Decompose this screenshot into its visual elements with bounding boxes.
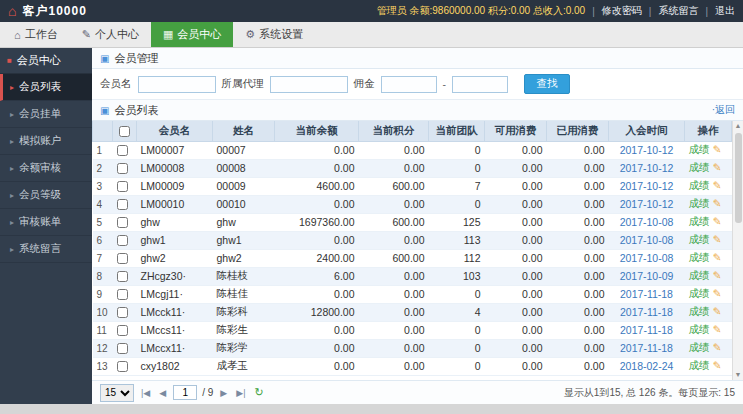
score-link[interactable]: 成绩 [689,305,710,317]
table-row[interactable]: 4 LM00010 00010 0.00 0.00 0 0.00 0.00 20… [93,195,732,213]
logout-link[interactable]: 退出 [715,4,735,18]
row-checkbox[interactable] [117,289,128,300]
select-all-checkbox[interactable] [119,126,130,137]
last-page-button[interactable]: ▶| [234,388,247,398]
edit-pencil-icon[interactable]: ✎ [713,197,722,209]
table-scrollbar[interactable]: ▲ ▼ [732,121,743,380]
edit-pencil-icon[interactable]: ✎ [713,251,722,263]
table-row[interactable]: 12 LMccx11· 陈彩学 0.00 0.00 0 0.00 0.00 20… [93,339,732,357]
score-link[interactable]: 成绩 [689,233,710,245]
tab-personal-center[interactable]: ✎ 个人中心 [70,22,151,47]
edit-pencil-icon[interactable]: ✎ [713,269,722,281]
row-checkbox[interactable] [117,307,128,318]
edit-pencil-icon[interactable]: ✎ [713,233,722,245]
score-link[interactable]: 成绩 [689,341,710,353]
system-message-link[interactable]: 系统留言 [658,4,698,18]
page-size-select[interactable]: 15 [100,384,134,402]
tab-workbench[interactable]: ⌂ 工作台 [2,22,70,47]
row-checkbox[interactable] [117,253,128,264]
table-row[interactable]: 9 LMcgj11· 陈桂佳 0.00 0.00 0 0.00 0.00 201… [93,285,732,303]
sidebar-item-member-orders[interactable]: ▸ 会员挂单 [0,101,92,128]
edit-pencil-icon[interactable]: ✎ [713,161,722,173]
sidebar-item-demo-account[interactable]: ▸ 模拟账户 [0,128,92,155]
tab-system-settings[interactable]: ⚙ 系统设置 [233,22,315,47]
sidebar-item-member-list[interactable]: ▸ 会员列表 [0,74,92,101]
edit-pencil-icon[interactable]: ✎ [713,341,722,353]
page-number-input[interactable] [173,385,197,400]
avail-cell: 0.00 [485,141,547,159]
scroll-down-icon[interactable]: ▼ [735,370,742,380]
balance-cell: 0.00 [275,357,359,375]
search-form: 会员名 所属代理 佣金 - 查找 [92,69,743,100]
score-link[interactable]: 成绩 [689,251,710,263]
refresh-icon[interactable]: ↻ [253,386,266,399]
actions-cell: 成绩✎ [685,231,732,249]
score-link[interactable]: 成绩 [689,269,710,281]
row-checkbox[interactable] [117,325,128,336]
edit-pencil-icon[interactable]: ✎ [713,323,722,335]
commission-min-input[interactable] [381,76,437,93]
score-link[interactable]: 成绩 [689,323,710,335]
commission-max-input[interactable] [452,76,508,93]
main-content: ▣ 会员管理 会员名 所属代理 佣金 - 查找 ▣ 会员列表 ·返回 [92,48,743,404]
balance-cell: 0.00 [275,321,359,339]
arrow-icon: ▸ [10,137,14,146]
table-row[interactable]: 5 ghw ghw 1697360.00 600.00 125 0.00 0.0… [93,213,732,231]
score-link[interactable]: 成绩 [689,143,710,155]
balance-cell: 0.00 [275,285,359,303]
sidebar-item-balance-audit[interactable]: ▸ 余额审核 [0,155,92,182]
table-row[interactable]: 6 ghw1 ghw1 0.00 0.00 113 0.00 0.00 2017… [93,231,732,249]
back-link[interactable]: ·返回 [712,103,735,117]
edit-pencil-icon[interactable]: ✎ [713,215,722,227]
points-cell: 600.00 [359,177,429,195]
row-checkbox[interactable] [117,181,128,192]
row-checkbox[interactable] [117,361,128,372]
scroll-up-icon[interactable]: ▲ [735,121,742,131]
sidebar-item-audit-bill[interactable]: ▸ 审核账单 [0,209,92,236]
edit-pencil-icon[interactable]: ✎ [713,359,722,371]
row-checkbox[interactable] [117,343,128,354]
agent-input[interactable] [270,76,348,93]
table-row[interactable]: 11 LMccs11· 陈彩生 0.00 0.00 0 0.00 0.00 20… [93,321,732,339]
sidebar-item-member-level[interactable]: ▸ 会员等级 [0,182,92,209]
row-checkbox[interactable] [117,199,128,210]
row-checkbox[interactable] [117,217,128,228]
row-checkbox[interactable] [117,271,128,282]
actions-cell: 成绩✎ [685,339,732,357]
table-row[interactable]: 7 ghw2 ghw2 2400.00 600.00 112 0.00 0.00… [93,249,732,267]
edit-pencil-icon[interactable]: ✎ [713,287,722,299]
row-checkbox[interactable] [117,163,128,174]
table-row[interactable]: 3 LM00009 00009 4600.00 600.00 7 0.00 0.… [93,177,732,195]
table-row[interactable]: 13 cxy1802 成孝玉 0.00 0.00 0 0.00 0.00 201… [93,357,732,375]
col-member-id: 会员名 [137,121,213,141]
table-row[interactable]: 8 ZHcgz30· 陈桂枝 6.00 0.00 103 0.00 0.00 2… [93,267,732,285]
table-row[interactable]: 1 LM00007 00007 0.00 0.00 0 0.00 0.00 20… [93,141,732,159]
row-checkbox[interactable] [117,145,128,156]
row-number: 8 [93,267,113,285]
score-link[interactable]: 成绩 [689,161,710,173]
change-password-link[interactable]: 修改密码 [602,4,642,18]
arrow-icon: ▸ [10,83,14,92]
sidebar-item-system-message[interactable]: ▸ 系统留言 [0,236,92,263]
score-link[interactable]: 成绩 [689,197,710,209]
row-checkbox[interactable] [117,235,128,246]
table-row[interactable]: 2 LM00008 00008 0.00 0.00 0 0.00 0.00 20… [93,159,732,177]
score-link[interactable]: 成绩 [689,179,710,191]
tab-member-center[interactable]: ▦ 会员中心 [151,22,233,47]
prev-page-button[interactable]: ◀ [157,388,168,398]
avail-cell: 0.00 [485,321,547,339]
first-page-button[interactable]: |◀ [139,388,152,398]
score-link[interactable]: 成绩 [689,359,710,371]
score-link[interactable]: 成绩 [689,215,710,227]
edit-pencil-icon[interactable]: ✎ [713,305,722,317]
search-button[interactable]: 查找 [524,74,570,94]
member-name-input[interactable] [138,76,216,93]
scrollbar-thumb[interactable] [735,133,742,223]
edit-pencil-icon[interactable]: ✎ [713,143,722,155]
score-link[interactable]: 成绩 [689,287,710,299]
next-page-button[interactable]: ▶ [218,388,229,398]
table-row[interactable]: 10 LMcck11· 陈彩科 12800.00 0.00 4 0.00 0.0… [93,303,732,321]
used-cell: 0.00 [547,231,609,249]
edit-pencil-icon[interactable]: ✎ [713,179,722,191]
row-number: 7 [93,249,113,267]
